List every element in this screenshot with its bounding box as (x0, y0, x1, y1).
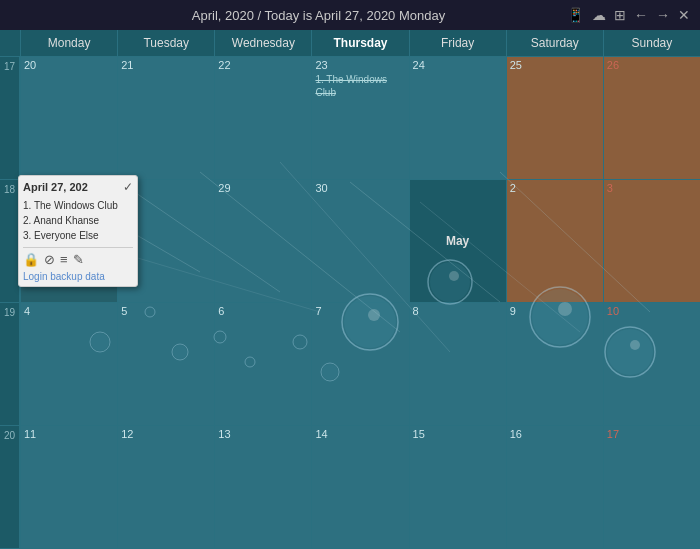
day-cell-may16[interactable]: 16 (506, 426, 603, 548)
week-number-18: 18 (0, 180, 20, 302)
lock-icon[interactable]: 🔒 (23, 252, 39, 267)
week-number-20: 20 (0, 426, 20, 548)
day-number: 20 (24, 59, 114, 71)
day-cell-may5[interactable]: 5 (117, 303, 214, 425)
week-number-19: 19 (0, 303, 20, 425)
phone-icon[interactable]: 📱 (567, 7, 584, 23)
day-number: 17 (607, 428, 697, 440)
day-cell-may15[interactable]: 15 (409, 426, 506, 548)
popup-checkmark[interactable]: ✓ (123, 180, 133, 194)
day-number: 16 (510, 428, 600, 440)
day-number: 3 (607, 182, 697, 194)
day-header-friday: Friday (409, 30, 506, 56)
may-label: May (446, 234, 469, 248)
edit-icon[interactable]: ✎ (73, 252, 84, 267)
week-row-17: 17 20 21 22 23 1. The Windows Club 24 25… (0, 57, 700, 180)
day-number: 5 (121, 305, 211, 317)
day-cell-may4[interactable]: 4 (20, 303, 117, 425)
day-number: 8 (413, 305, 503, 317)
event-apr23: 1. The Windows Club (315, 73, 405, 99)
week-row-20: 20 11 12 13 14 15 16 17 (0, 426, 700, 549)
day-number: 22 (218, 59, 308, 71)
popup-event-3: 3. Everyone Else (23, 228, 133, 243)
day-number: 12 (121, 428, 211, 440)
day-header-sunday: Sunday (603, 30, 700, 56)
grid-icon[interactable]: ⊞ (614, 7, 626, 23)
popup-divider (23, 247, 133, 248)
forward-arrow-icon[interactable]: → (656, 7, 670, 23)
day-cell-may2[interactable]: 2 (506, 180, 603, 302)
popup-date: April 27, 202 (23, 181, 88, 193)
day-number: 15 (413, 428, 503, 440)
day-number: 23 (315, 59, 405, 71)
popup-actions: 🔒 ⊘ ≡ ✎ (23, 252, 133, 267)
day-cell-apr20[interactable]: 20 (20, 57, 117, 179)
day-number: 2 (510, 182, 600, 194)
header-title: April, 2020 / Today is April 27, 2020 Mo… (70, 8, 567, 23)
login-backup-link[interactable]: Login backup data (23, 271, 133, 282)
day-cell-may8[interactable]: 8 (409, 303, 506, 425)
day-number: 9 (510, 305, 600, 317)
day-cell-apr21[interactable]: 21 (117, 57, 214, 179)
day-number: 14 (315, 428, 405, 440)
day-header-saturday: Saturday (506, 30, 603, 56)
day-number: 7 (315, 305, 405, 317)
day-headers-row: Monday Tuesday Wednesday Thursday Friday… (0, 30, 700, 57)
day-number: 30 (315, 182, 405, 194)
day-number: 13 (218, 428, 308, 440)
day-detail-popup: April 27, 202 ✓ 1. The Windows Club 2. A… (18, 175, 138, 287)
back-arrow-icon[interactable]: ← (634, 7, 648, 23)
day-cell-apr24[interactable]: 24 (409, 57, 506, 179)
week-number-17: 17 (0, 57, 20, 179)
app-header: April, 2020 / Today is April 27, 2020 Mo… (0, 0, 700, 30)
may-header-cell: May (409, 180, 506, 302)
popup-event-2: 2. Anand Khanse (23, 213, 133, 228)
day-number: 4 (24, 305, 114, 317)
week-row-19: 19 4 5 6 7 8 9 10 (0, 303, 700, 426)
day-cell-apr25[interactable]: 25 (506, 57, 603, 179)
day-cell-may10[interactable]: 10 (603, 303, 700, 425)
list-icon[interactable]: ≡ (60, 252, 68, 267)
day-header-monday: Monday (20, 30, 117, 56)
day-number: 29 (218, 182, 308, 194)
day-header-tuesday: Tuesday (117, 30, 214, 56)
calendar: Monday Tuesday Wednesday Thursday Friday… (0, 30, 700, 549)
day-number: 10 (607, 305, 697, 317)
close-icon[interactable]: ✕ (678, 7, 690, 23)
day-cell-apr30[interactable]: 30 (311, 180, 408, 302)
day-cell-apr29[interactable]: 29 (214, 180, 311, 302)
block-icon[interactable]: ⊘ (44, 252, 55, 267)
day-cell-apr26[interactable]: 26 (603, 57, 700, 179)
day-cell-apr22[interactable]: 22 (214, 57, 311, 179)
day-cell-may7[interactable]: 7 (311, 303, 408, 425)
cloud-icon[interactable]: ☁ (592, 7, 606, 23)
day-header-wednesday: Wednesday (214, 30, 311, 56)
week-col-spacer (0, 30, 20, 56)
day-cell-may12[interactable]: 12 (117, 426, 214, 548)
day-cell-may13[interactable]: 13 (214, 426, 311, 548)
day-cell-may6[interactable]: 6 (214, 303, 311, 425)
day-cell-may3[interactable]: 3 (603, 180, 700, 302)
day-cell-apr23[interactable]: 23 1. The Windows Club (311, 57, 408, 179)
day-number: 11 (24, 428, 114, 440)
header-icons: 📱 ☁ ⊞ ← → ✕ (567, 7, 690, 23)
day-cell-may9[interactable]: 9 (506, 303, 603, 425)
day-cell-may11[interactable]: 11 (20, 426, 117, 548)
day-cell-may14[interactable]: 14 (311, 426, 408, 548)
popup-event-1: 1. The Windows Club (23, 198, 133, 213)
popup-header: April 27, 202 ✓ (23, 180, 133, 194)
calendar-grid: 17 20 21 22 23 1. The Windows Club 24 25… (0, 57, 700, 549)
day-number: 6 (218, 305, 308, 317)
day-number: 26 (607, 59, 697, 71)
day-number: 25 (510, 59, 600, 71)
day-cell-may17[interactable]: 17 (603, 426, 700, 548)
day-number: 24 (413, 59, 503, 71)
day-number: 21 (121, 59, 211, 71)
day-header-thursday: Thursday (311, 30, 408, 56)
